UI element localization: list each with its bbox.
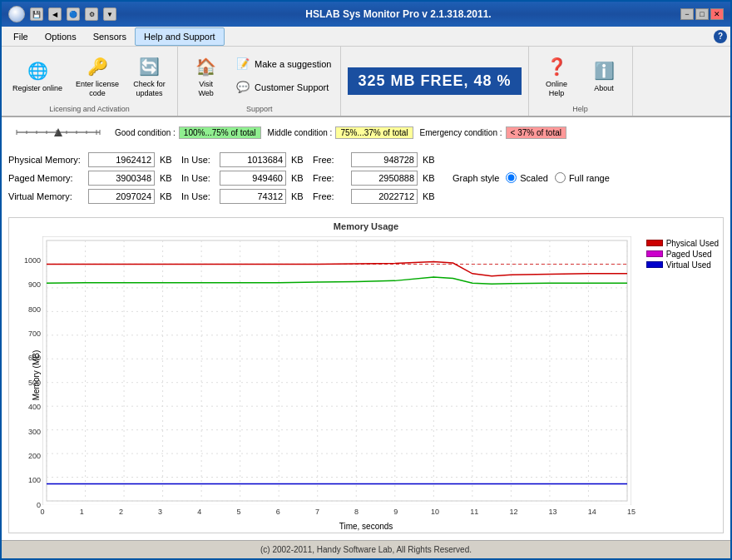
help-label: Help [529, 105, 632, 116]
virtual-total-input[interactable] [88, 189, 155, 204]
maximize-button[interactable]: □ [695, 8, 709, 20]
app-icon [8, 6, 25, 22]
fullrange-radio-label[interactable]: Full range [555, 172, 610, 183]
scaled-radio-label[interactable]: Scaled [506, 172, 548, 183]
register-icon: 🌐 [24, 57, 51, 84]
virtual-inuse-label: In Use: [181, 191, 215, 201]
register-label: Register online [12, 84, 62, 93]
updates-icon: 🔄 [136, 53, 163, 80]
status-display: 325 MB FREE, 48 % [348, 67, 521, 95]
paged-free-input[interactable] [351, 171, 418, 186]
paged-free-unit: KB [423, 173, 439, 183]
license-label: Enter licensecode [76, 80, 119, 98]
legend-paged: Paged Used [646, 250, 719, 259]
scaled-radio[interactable] [506, 172, 517, 183]
support-right-btns: 📝 Make a suggestion 💬 Customer Support [230, 53, 335, 98]
suggestion-label: Make a suggestion [255, 59, 331, 69]
chart-canvas [42, 236, 631, 505]
customer-support-label: Customer Support [255, 82, 329, 92]
scaled-label: Scaled [520, 173, 548, 183]
menu-bar: File Options Sensors Help and Support ? [2, 27, 730, 47]
legend-physical-color [646, 240, 663, 246]
visit-web-button[interactable]: 🏠 VisitWeb [183, 50, 229, 102]
forward-quick-icon[interactable]: 🔵 [67, 7, 80, 21]
good-range: 100%...75% of total [179, 126, 261, 139]
toolbar: 🌐 Register online 🔑 Enter licensecode 🔄 … [2, 47, 730, 117]
licensing-section: 🌐 Register online 🔑 Enter licensecode 🔄 … [2, 47, 178, 116]
updates-label: Check forupdates [133, 80, 166, 98]
help-buttons: ❓ OnlineHelp ℹ️ About [529, 47, 632, 105]
customer-support-icon: 💬 [235, 79, 251, 96]
config-quick-icon[interactable]: ⚙ [85, 7, 98, 21]
virtual-free-input[interactable] [351, 189, 418, 204]
paged-inuse-unit: KB [291, 173, 308, 183]
check-updates-button[interactable]: 🔄 Check forupdates [126, 50, 172, 102]
support-label: Support [178, 105, 340, 116]
suggestion-icon: 📝 [235, 56, 251, 72]
status-percent: 48 % [474, 72, 512, 89]
footer-text: (c) 2002-2011, Handy Software Lab, All R… [260, 545, 472, 554]
toolbar-row: 🌐 Register online 🔑 Enter licensecode 🔄 … [2, 47, 730, 116]
licensing-buttons: 🌐 Register online 🔑 Enter licensecode 🔄 … [2, 47, 177, 105]
help-icon[interactable]: ? [714, 30, 727, 43]
legend-paged-label: Paged Used [666, 250, 712, 259]
license-button[interactable]: 🔑 Enter licensecode [70, 50, 125, 102]
online-help-button[interactable]: ❓ OnlineHelp [534, 50, 580, 102]
memory-section: Physical Memory: KB In Use: KB Free: KB … [8, 152, 724, 207]
window-controls: − □ ✕ [680, 8, 724, 20]
support-section: 🏠 VisitWeb 📝 Make a suggestion 💬 Custome… [178, 47, 341, 116]
graph-style-label: Graph style [453, 173, 499, 183]
virtual-inuse-input[interactable] [220, 189, 286, 204]
visit-web-icon: 🏠 [193, 53, 220, 80]
save-quick-icon[interactable]: 💾 [30, 7, 43, 21]
paged-unit: KB [160, 173, 176, 183]
physical-label: Physical Memory: [8, 155, 83, 165]
graph-style-section: Graph style Scaled Full range [453, 172, 610, 183]
dropdown-quick-icon[interactable]: ▼ [103, 7, 116, 21]
window-title: HSLAB Sys Monitor Pro v 2.1.318.2011. [305, 8, 491, 20]
minimize-button[interactable]: − [680, 8, 694, 20]
close-button[interactable]: ✕ [710, 8, 724, 20]
about-button[interactable]: ℹ️ About [581, 50, 627, 102]
paged-inuse-label: In Use: [181, 173, 215, 183]
virtual-unit: KB [160, 191, 176, 201]
emergency-condition-title: Emergency condition : [420, 128, 502, 137]
physical-total-input[interactable] [88, 152, 155, 167]
support-buttons: 🏠 VisitWeb 📝 Make a suggestion 💬 Custome… [178, 47, 340, 105]
chart-legend: Physical Used Paged Used Virtual Used [646, 239, 719, 270]
y-axis-label: Memory (MB) [32, 350, 41, 401]
menu-file[interactable]: File [5, 27, 37, 46]
customer-support-button[interactable]: 💬 Customer Support [230, 77, 335, 98]
paged-total-input[interactable] [88, 171, 155, 186]
paged-inuse-input[interactable] [220, 171, 286, 186]
physical-unit: KB [160, 155, 176, 165]
physical-free-label: Free: [313, 155, 346, 165]
suggestion-button[interactable]: 📝 Make a suggestion [230, 53, 335, 75]
chart-container: Memory Usage Physical Used Paged Used Vi… [8, 217, 724, 533]
back-quick-icon[interactable]: ◀ [48, 7, 62, 21]
virtual-memory-row: Virtual Memory: KB In Use: KB Free: KB [8, 189, 724, 204]
online-help-icon: ❓ [543, 53, 570, 80]
physical-free-input[interactable] [351, 152, 418, 167]
status-value: 325 [358, 72, 385, 89]
legend-paged-color [646, 250, 663, 257]
legend-virtual-color [646, 261, 663, 268]
menu-help-support[interactable]: Help and Support [135, 27, 225, 46]
legend-physical-label: Physical Used [666, 239, 719, 248]
fullrange-label: Full range [569, 173, 610, 183]
title-bar-left: 💾 ◀ 🔵 ⚙ ▼ [8, 6, 116, 22]
licensing-label: Licensing and Activation [2, 105, 177, 116]
physical-inuse-input[interactable] [220, 152, 286, 167]
physical-free-unit: KB [423, 155, 439, 165]
fullrange-radio[interactable] [555, 172, 566, 183]
register-button[interactable]: 🌐 Register online [7, 50, 68, 102]
menu-sensors[interactable]: Sensors [85, 27, 135, 46]
condition-slider[interactable] [8, 124, 108, 142]
condition-bar: Good condition : 100%...75% of total Mid… [8, 124, 724, 142]
physical-inuse-unit: KB [291, 155, 308, 165]
physical-inuse-label: In Use: [181, 155, 215, 165]
x-axis-label: Time, seconds [339, 522, 393, 531]
legend-physical: Physical Used [646, 239, 719, 248]
menu-options[interactable]: Options [37, 27, 85, 46]
paged-free-label: Free: [313, 173, 346, 183]
